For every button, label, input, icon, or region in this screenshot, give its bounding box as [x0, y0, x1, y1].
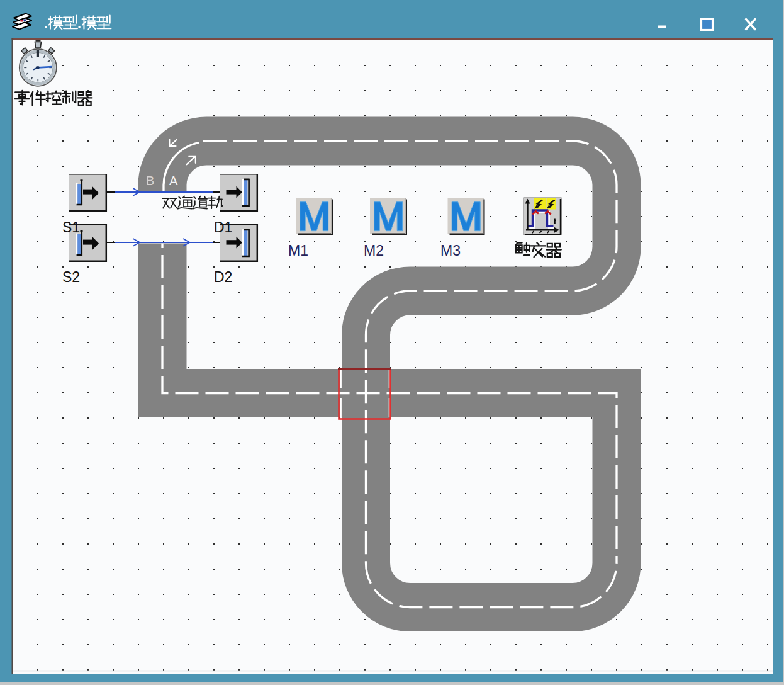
svg-text:S1: S1 — [62, 219, 80, 235]
svg-text:A: A — [169, 174, 178, 188]
svg-text:M3: M3 — [440, 242, 461, 259]
svg-text:M2: M2 — [364, 242, 384, 259]
svg-text:D1: D1 — [214, 219, 232, 235]
svg-text:B: B — [146, 174, 154, 188]
svg-text:D2: D2 — [214, 269, 232, 285]
svg-text:M1: M1 — [288, 242, 308, 259]
svg-text:S2: S2 — [62, 269, 80, 285]
